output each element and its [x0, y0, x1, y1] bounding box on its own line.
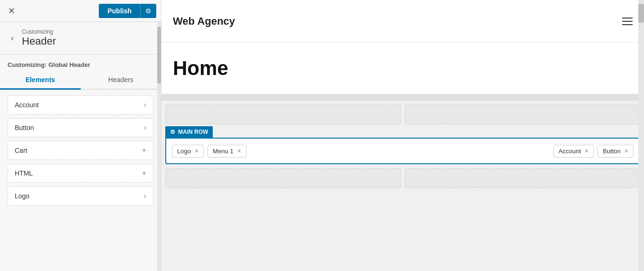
- tag-menu1-close[interactable]: ×: [237, 148, 241, 154]
- right-panel: Web Agency Home ⚙ MAIN ROW L: [161, 0, 644, 271]
- element-account-label: Account: [15, 101, 39, 109]
- publish-settings-button[interactable]: ⚙: [140, 4, 156, 18]
- element-item-cart[interactable]: Cart +: [8, 141, 153, 160]
- row-right-tags: Account × Button ×: [553, 145, 634, 158]
- chevron-right-icon-logo: ›: [144, 192, 146, 200]
- builder-top-empty-row: [165, 104, 640, 124]
- plus-icon-html: +: [142, 169, 146, 178]
- tab-headers[interactable]: Headers: [81, 71, 161, 90]
- top-bar: ✕ Publish ⚙: [0, 0, 161, 22]
- site-title: Web Agency: [173, 15, 235, 28]
- preview-home-section: Home: [161, 43, 644, 94]
- main-row-content: Logo × Menu 1 × Account × Button: [165, 138, 640, 164]
- element-item-button[interactable]: Button ›: [8, 118, 153, 137]
- preview-header-section: Web Agency: [161, 0, 644, 43]
- element-logo-label: Logo: [15, 192, 29, 200]
- hamburger-line-2: [622, 21, 633, 22]
- publish-group: Publish ⚙: [99, 4, 156, 18]
- builder-cell-empty-bottom-left: [165, 168, 401, 188]
- tag-account[interactable]: Account ×: [553, 145, 594, 158]
- hamburger-line-3: [622, 24, 633, 25]
- builder-cell-empty-top-right: [405, 104, 640, 124]
- chevron-right-icon-account: ›: [144, 101, 146, 109]
- hamburger-line-1: [622, 18, 633, 19]
- close-button[interactable]: ✕: [5, 4, 18, 18]
- tag-button-label: Button: [603, 148, 621, 155]
- panel-content: Customizing: Global Header Elements Head…: [0, 55, 161, 271]
- gray-divider: [161, 94, 644, 101]
- builder-area: ⚙ MAIN ROW Logo × Menu 1 ×: [161, 101, 644, 271]
- hamburger-menu-icon[interactable]: [622, 18, 633, 25]
- back-button[interactable]: ‹: [7, 32, 18, 44]
- tag-logo-close[interactable]: ×: [195, 148, 199, 154]
- tab-elements[interactable]: Elements: [0, 71, 81, 90]
- element-cart-label: Cart: [15, 147, 27, 154]
- panel-scrollbar[interactable]: [157, 22, 161, 271]
- tag-logo-label: Logo: [177, 148, 191, 155]
- main-row-label: ⚙ MAIN ROW: [165, 126, 213, 138]
- tag-button-close[interactable]: ×: [625, 148, 628, 154]
- back-icon: ‹: [11, 33, 14, 43]
- tag-account-label: Account: [559, 148, 581, 155]
- tag-logo[interactable]: Logo ×: [172, 145, 204, 158]
- elements-list: Account › Button › Cart + HTML + Logo ›: [0, 95, 161, 206]
- customizing-global-label: Customizing: Global Header: [0, 55, 161, 71]
- breadcrumb-large-label: Header: [22, 35, 56, 47]
- element-html-label: HTML: [15, 169, 33, 177]
- builder-cell-empty-bottom-right: [405, 168, 640, 188]
- breadcrumb-text: Customizing Header: [22, 28, 56, 47]
- tag-menu1[interactable]: Menu 1 ×: [208, 145, 246, 158]
- plus-icon-cart: +: [142, 146, 146, 155]
- panel-scrollbar-thumb: [157, 27, 161, 84]
- breadcrumb-small-label: Customizing: [22, 28, 56, 35]
- preview-scrollbar-thumb: [638, 4, 644, 23]
- element-item-account[interactable]: Account ›: [8, 95, 153, 114]
- home-heading: Home: [173, 57, 633, 80]
- chevron-right-icon-button: ›: [144, 123, 146, 132]
- main-row-container: ⚙ MAIN ROW Logo × Menu 1 ×: [165, 126, 640, 164]
- builder-bottom-empty-row: [165, 168, 640, 188]
- left-panel: ✕ Publish ⚙ ‹ Customizing Header Customi…: [0, 0, 161, 271]
- tag-menu1-label: Menu 1: [213, 148, 233, 155]
- tabs-row: Elements Headers: [0, 71, 161, 90]
- main-row-label-text: MAIN ROW: [178, 129, 208, 135]
- close-icon: ✕: [8, 6, 15, 16]
- header-breadcrumb: ‹ Customizing Header: [0, 22, 161, 55]
- gear-icon: ⚙: [145, 7, 152, 15]
- element-button-label: Button: [15, 124, 34, 131]
- builder-cell-empty-top-left: [165, 104, 401, 124]
- tag-account-close[interactable]: ×: [585, 148, 588, 154]
- tag-button[interactable]: Button ×: [597, 145, 634, 158]
- row-left-tags: Logo × Menu 1 ×: [172, 145, 359, 158]
- preview-scrollbar[interactable]: [638, 0, 644, 271]
- main-row-gear-icon: ⚙: [170, 129, 175, 135]
- element-item-html[interactable]: HTML +: [8, 164, 153, 183]
- element-item-logo[interactable]: Logo ›: [8, 187, 153, 206]
- publish-button[interactable]: Publish: [99, 4, 140, 18]
